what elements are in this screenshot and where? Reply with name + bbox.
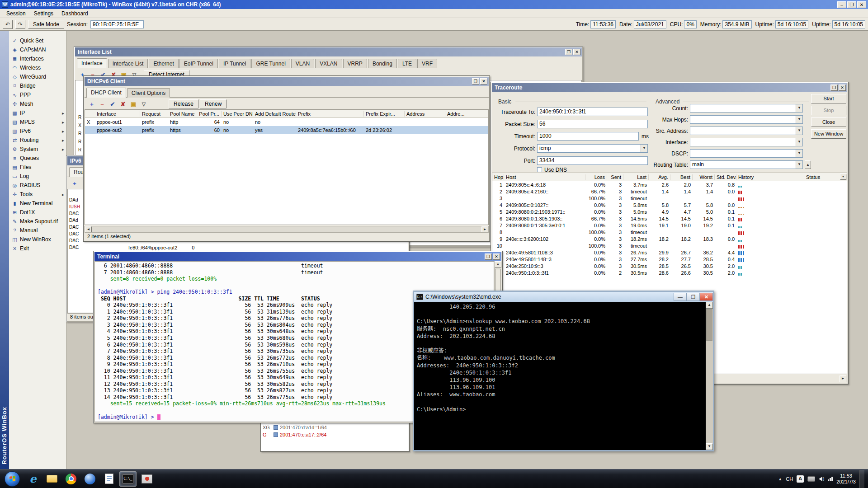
filter-icon[interactable]: ▽ (139, 99, 148, 108)
scroll-down-icon[interactable]: ▼ (706, 443, 713, 450)
sidebar-item-make-supout-rif[interactable]: ✎Make Supout.rif (9, 217, 66, 226)
sidebar-item-capsman[interactable]: ◈CAPsMAN (9, 45, 66, 54)
close-icon[interactable]: ✕ (700, 293, 713, 301)
column-header-addre[interactable]: Addre... (445, 111, 488, 117)
cmd-output[interactable]: 140.205.220.96 C:\Users\Admin>nslookup w… (414, 302, 713, 414)
interface-list-tab-vxlan[interactable]: VXLAN (315, 59, 342, 68)
stop-button[interactable]: Stop (811, 106, 846, 115)
dhcpv6-tab-client-options[interactable]: Client Options (127, 88, 170, 98)
ipv6-address-row[interactable]: XG2001:470:d:a1d::1/64 (261, 424, 409, 431)
comment-icon[interactable]: ▣ (129, 99, 138, 108)
sidebar-item-dot1x[interactable]: ⊞Dot1X (9, 208, 66, 217)
restore-icon[interactable]: ❐ (847, 1, 856, 8)
column-header-interface[interactable]: Interface (95, 111, 140, 117)
dropdown-icon[interactable]: ▼ (796, 127, 802, 135)
close-icon[interactable]: ✕ (493, 253, 500, 260)
sidebar-item-files[interactable]: ▤Files (9, 163, 66, 172)
traceroute-row-hop-1[interactable]: 12409:805c:4::6:180.0%33.7ms2.62.03.70.8 (492, 181, 847, 188)
editor-taskbar-icon[interactable] (100, 471, 118, 487)
ipv6-route-row[interactable]: DACfe80::/64%pppoe-out20 (68, 244, 408, 251)
release-button[interactable]: Release (169, 99, 198, 108)
traceroute-row-hop-3[interactable]: 3100.0%3timeout (492, 195, 847, 202)
close-icon[interactable]: ✕ (573, 49, 580, 55)
filter-dropdown-icon[interactable]: ▼ (840, 174, 846, 180)
interface-list-tab-vrrp[interactable]: VRRP (343, 59, 367, 68)
explorer-taskbar-icon[interactable] (43, 471, 61, 487)
column-header-history[interactable]: History (736, 174, 804, 180)
main-window-titlebar[interactable]: W admin@90:1B:0E:25:1B:5E (MikroTik) - W… (0, 0, 868, 9)
language-indicator[interactable]: CH (786, 476, 793, 482)
dropdown-icon[interactable]: ▼ (796, 161, 802, 169)
show-desktop-button[interactable] (859, 470, 864, 488)
sidebar-item-queues[interactable]: ≡Queues (9, 154, 66, 163)
restore-icon[interactable]: ❐ (485, 253, 492, 260)
use-dns-checkbox[interactable] (537, 167, 542, 172)
column-header-add-default-route[interactable]: Add Default Route (253, 111, 296, 117)
interface-list-tab-ethernet[interactable]: Ethernet (149, 59, 178, 68)
traceroute-row-hop-2[interactable]: 22409:805c:4:2160::66.7%3timeout1.41.41.… (492, 188, 847, 195)
sidebar-item-new-terminal[interactable]: ▮New Terminal (9, 199, 66, 208)
viewer-taskbar-icon[interactable] (138, 471, 156, 487)
disable-icon[interactable]: ✘ (118, 99, 127, 108)
traceroute-row-hop-6[interactable]: 62409:8080:0:1:305:1903::66.7%314.5ms14.… (492, 215, 847, 222)
restore-icon[interactable]: ❐ (565, 49, 572, 55)
interface-list-tab-bonding[interactable]: Bonding (368, 59, 397, 68)
sidebar-item-system[interactable]: ⚙System▸ (9, 145, 66, 154)
traceroute-row-hop-8[interactable]: 8100.0%3timeout (492, 229, 847, 235)
sidebar-item-mpls[interactable]: ▧MPLS▸ (9, 117, 66, 127)
sidebar-item-tools[interactable]: ✛Tools▸ (9, 190, 66, 199)
close-icon[interactable]: ✕ (480, 78, 487, 84)
sidebar-item-wireless[interactable]: ◠Wireless (9, 63, 66, 72)
sidebar-item-mesh[interactable]: ✣Mesh (9, 99, 66, 108)
sidebar-item-ipv6[interactable]: ▥IPv6▸ (9, 127, 66, 136)
menu-session[interactable]: Session (3, 9, 29, 18)
dhcpv6-titlebar[interactable]: DHCPv6 Client ❐✕ (85, 77, 489, 86)
scroll-thumb[interactable] (706, 309, 712, 341)
sidebar-item-quick-set[interactable]: ✓Quick Set (9, 36, 66, 45)
maximize-icon[interactable]: ❐ (687, 293, 700, 301)
max-hops-input[interactable]: ▼ (690, 115, 803, 124)
dhcpv6-table-header[interactable]: InterfaceRequestPool NamePool Pr...Use P… (85, 110, 488, 118)
minimize-icon[interactable]: — (674, 293, 687, 301)
traceroute-row-hop-7[interactable]: 72409:8080:0:1:305:3e0:0:10.0%319.0ms19.… (492, 222, 847, 229)
column-header-avg[interactable]: Avg. (649, 174, 670, 180)
start-button[interactable]: Start (811, 94, 846, 103)
traceroute-titlebar[interactable]: Traceroute ❐✕ (492, 83, 847, 92)
taskbar-clock[interactable]: 11:53 2021/7/3 (836, 473, 856, 485)
interface-list-tab-gre-tunnel[interactable]: GRE Tunnel (251, 59, 290, 68)
count-input[interactable]: ▼ (690, 104, 803, 113)
redo-icon[interactable]: ↷ (15, 20, 25, 29)
scroll-left-icon[interactable]: ◄ (85, 226, 92, 232)
sidebar-item-exit[interactable]: ✕Exit (9, 244, 66, 253)
column-header-last[interactable]: Last (623, 174, 649, 180)
port-input[interactable]: 33434 (537, 156, 648, 165)
ipv6-address-row[interactable]: G2001:470:c:a17::2/64 (261, 431, 409, 438)
dhcpv6-row-pppoe-out2[interactable]: pppoe-out2prefixhttps60noyes2409:8a5c:7e… (85, 126, 488, 134)
dhcpv6-hscrollbar[interactable]: ◄ ► (85, 226, 489, 233)
sidebar-item-wireguard[interactable]: ◇WireGuard (9, 72, 66, 81)
column-header-use-peer-dns[interactable]: Use Peer DNS (222, 111, 253, 117)
column-header-std-dev[interactable]: Std. Dev. (715, 174, 736, 180)
new-window-button[interactable]: New Window (811, 129, 846, 139)
column-header-pool-name[interactable]: Pool Name (168, 111, 196, 117)
sidebar-item-ip[interactable]: ▦IP▸ (9, 108, 66, 117)
traceroute-row-hop-5[interactable]: 52409:8080:0:2:1903:1971::0.0%35.0ms4.94… (492, 208, 847, 215)
traceroute-row-hop-4[interactable]: 42409:805c:0:1027::0.0%35.8ms5.85.75.80.… (492, 202, 847, 208)
minimize-icon[interactable]: – (837, 1, 846, 8)
safe-mode-button[interactable]: Safe Mode (28, 20, 64, 29)
dhcpv6-row-pppoe-out1[interactable]: Xpppoe-out1prefixhttp64nono (85, 118, 488, 126)
restore-icon[interactable]: ❐ (472, 78, 479, 84)
scroll-up-icon[interactable]: ▲ (706, 302, 713, 309)
add-icon[interactable]: + (70, 179, 79, 188)
scroll-up-icon[interactable]: ▲ (495, 261, 501, 268)
chrome-taskbar-icon[interactable] (62, 471, 80, 487)
ime-icon[interactable]: A (797, 475, 804, 483)
column-header-prefix-expir[interactable]: Prefix Expir... (364, 111, 405, 117)
ie-taskbar-icon[interactable]: e (24, 471, 42, 487)
interface-list-tab-interface[interactable]: Interface (77, 58, 107, 68)
terminal-titlebar[interactable]: Terminal ❐✕ (94, 252, 501, 261)
column-header-worst[interactable]: Worst (693, 174, 715, 180)
cmd-taskbar-icon[interactable]: C:\_ (119, 471, 137, 487)
scroll-right-icon[interactable]: ► (840, 375, 846, 382)
dropdown-icon[interactable]: ▼ (796, 150, 802, 157)
